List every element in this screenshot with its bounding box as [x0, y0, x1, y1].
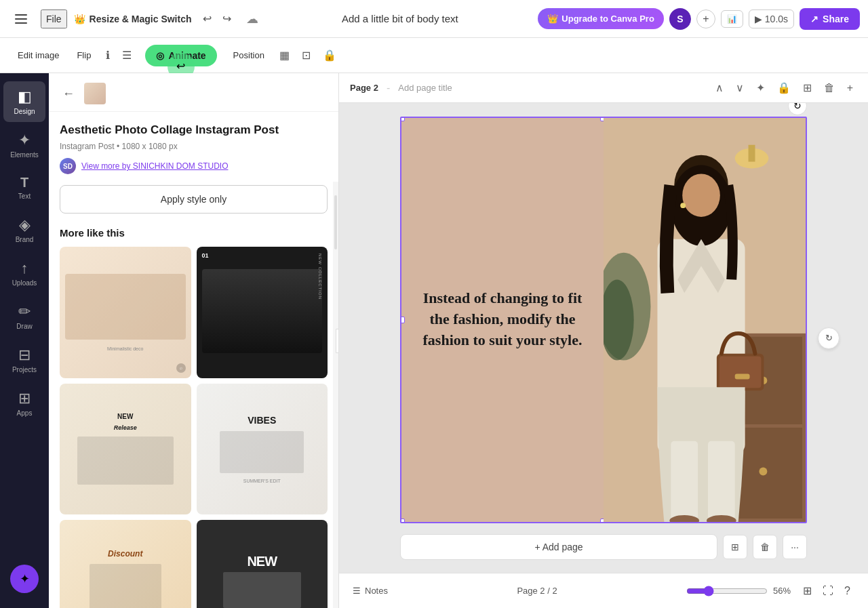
edit-image-button[interactable]: Edit image	[11, 46, 66, 64]
canvas-quote-text: Instead of changing to fit the fashion, …	[415, 288, 590, 350]
user-avatar-button[interactable]: S	[669, 8, 691, 30]
add-page-section: + Add page ⊞ 🗑 ···	[400, 534, 807, 560]
sidebar-label-draw: Draw	[16, 323, 32, 330]
sidebar-item-design[interactable]: ◧ Design	[3, 81, 45, 122]
canvas-right-controls: ↻	[818, 327, 840, 349]
share-button[interactable]: ↗ Share	[800, 8, 860, 30]
lock-button[interactable]: 🔒	[319, 45, 340, 66]
page-up-button[interactable]: ∧	[711, 79, 728, 97]
notes-label: Notes	[365, 586, 388, 596]
fullscreen-button[interactable]: ⛶	[818, 582, 837, 600]
grid-view-button[interactable]: ⊞	[799, 582, 816, 600]
template-thumbnail-4[interactable]: Vibes SUMMER'S EDIT	[197, 384, 328, 515]
transparency-button[interactable]: ▦	[275, 45, 294, 66]
sidebar-label-design: Design	[14, 108, 35, 115]
page-label: Page 2	[350, 83, 378, 93]
canvas-scroll[interactable]: ↻ Instead of changing to fit the fashion…	[339, 103, 868, 573]
canvas-photo	[604, 118, 806, 522]
page-copy-button[interactable]: ⊞	[799, 79, 816, 97]
page-down-button[interactable]: ∨	[732, 79, 748, 97]
template-thumbnail-6[interactable]: NEW Summer Collection	[197, 520, 328, 608]
more-like-this-title: More like this	[60, 227, 328, 239]
sidebar-item-draw[interactable]: ✏ Draw	[3, 296, 45, 337]
info-button[interactable]: ℹ	[102, 45, 114, 66]
upgrade-label: Upgrade to Canva Pro	[561, 14, 654, 24]
crop-button[interactable]: ⊡	[298, 45, 315, 66]
position-button[interactable]: Position	[226, 46, 271, 64]
template-thumbnail-1[interactable]: Minimalistic deco ⌕	[60, 247, 191, 378]
panel-content: Aesthetic Photo Collage Instagram Post I…	[49, 112, 338, 608]
second-toolbar: Edit image Flip ℹ ☰ ◎ Animate ↩ Position…	[0, 38, 868, 73]
svg-point-9	[759, 467, 767, 475]
page-trash-button[interactable]: 🗑	[753, 535, 777, 559]
thumb-image-6	[223, 572, 301, 608]
svg-point-13	[682, 174, 720, 217]
template-thumbnail-preview	[84, 83, 106, 104]
hamburger-menu-button[interactable]	[8, 7, 34, 31]
svg-rect-2	[749, 144, 755, 161]
add-collaborator-button[interactable]: +	[696, 9, 715, 28]
add-page-title[interactable]: Add page title	[398, 83, 452, 93]
page-star-button[interactable]: ✦	[752, 79, 769, 97]
sidebar-item-uploads[interactable]: ↑ Uploads	[3, 253, 45, 293]
sidebar-item-projects[interactable]: ⊟ Projects	[3, 340, 45, 380]
stats-button[interactable]: 📊	[721, 10, 743, 28]
selection-handle-bottom-left[interactable]	[400, 519, 405, 523]
logo-area: 👑 Resize & Magic Switch	[74, 14, 192, 24]
instagram-canvas[interactable]: Instead of changing to fit the fashion, …	[400, 117, 807, 523]
template-thumbnail-5[interactable]: Discount GET 30% OFF	[60, 520, 191, 608]
brand-icon: ◈	[19, 216, 31, 234]
help-button[interactable]: ?	[840, 582, 854, 600]
template-thumbnail-3[interactable]: NEW Release	[60, 384, 191, 515]
undo-button[interactable]: ↩	[199, 8, 216, 29]
svg-rect-17	[671, 441, 698, 521]
canvas-right-panel	[604, 118, 806, 522]
page-lock-button[interactable]: 🔒	[773, 79, 795, 97]
svg-rect-15	[719, 356, 762, 388]
menu-button[interactable]: ☰	[118, 45, 136, 66]
crown-icon: 👑	[74, 14, 85, 24]
add-page-button[interactable]: + Add page	[400, 534, 717, 560]
thumb-bar-3	[77, 437, 174, 485]
document-title-input[interactable]	[268, 13, 533, 24]
selection-handle-middle-left[interactable]	[400, 317, 405, 323]
template-thumbnail-2[interactable]: NEW COLLECTION 01	[197, 247, 328, 378]
canvas-area: Page 2 - Add page title ∧ ∨ ✦ 🔒 ⊞ 🗑 + ↻	[339, 73, 868, 608]
thumb-content-4: Vibes SUMMER'S EDIT	[197, 384, 328, 515]
notes-button[interactable]: ☰ Notes	[353, 586, 388, 596]
page-add-button[interactable]: +	[843, 79, 857, 97]
template-title: Aesthetic Photo Collage Instagram Post	[60, 123, 328, 138]
sidebar-label-uploads: Uploads	[12, 279, 37, 287]
sidebar-item-elements[interactable]: ✦ Elements	[3, 125, 45, 165]
upgrade-button[interactable]: 👑 Upgrade to Canva Pro	[538, 8, 664, 29]
page-delete-button[interactable]: 🗑	[820, 79, 839, 97]
page-more-button[interactable]: ···	[783, 535, 807, 559]
page-duplicate-button[interactable]: ⊞	[723, 535, 747, 559]
redo-button[interactable]: ↪	[218, 8, 235, 29]
top-bar-left: File 👑 Resize & Magic Switch ↩ ↪ ☁	[8, 7, 262, 31]
rotate-handle[interactable]: ↻	[788, 103, 807, 115]
zoom-slider[interactable]	[686, 586, 768, 596]
apply-style-button[interactable]: Apply style only	[60, 185, 328, 214]
flip-button[interactable]: Flip	[70, 46, 98, 64]
selection-handle-top-left[interactable]	[400, 117, 405, 121]
sidebar-label-apps: Apps	[17, 409, 33, 417]
sidebar-item-text[interactable]: T Text	[3, 168, 45, 207]
rotate-right-button[interactable]: ↻	[818, 327, 840, 349]
page-bar-actions: ∧ ∨ ✦ 🔒 ⊞ 🗑 +	[711, 79, 857, 97]
cloud-save-button[interactable]: ☁	[242, 7, 262, 31]
sidebar-item-apps[interactable]: ⊞ Apps	[3, 383, 45, 424]
panel-scrollbar[interactable]	[333, 182, 338, 608]
preview-button[interactable]: ▶ 10.0s	[749, 9, 794, 28]
thumb-content-1: Minimalistic deco ⌕	[60, 247, 191, 378]
thumb-title-5: Discount	[108, 549, 142, 559]
back-button[interactable]: ←	[60, 84, 77, 104]
file-menu-button[interactable]: File	[41, 9, 67, 28]
template-panel: ‹ ← Aesthetic Photo Collage Instagram Po…	[49, 73, 339, 608]
magic-studio-button[interactable]: ✦	[10, 565, 39, 593]
creator-link[interactable]: View more by SINICHKIN DOM STUDIO	[81, 161, 228, 171]
play-duration: 10.0s	[765, 14, 788, 24]
creator-row: SD View more by SINICHKIN DOM STUDIO	[60, 158, 328, 174]
thumb-text-4: SUMMER'S EDIT	[243, 479, 281, 483]
sidebar-item-brand[interactable]: ◈ Brand	[3, 209, 45, 250]
